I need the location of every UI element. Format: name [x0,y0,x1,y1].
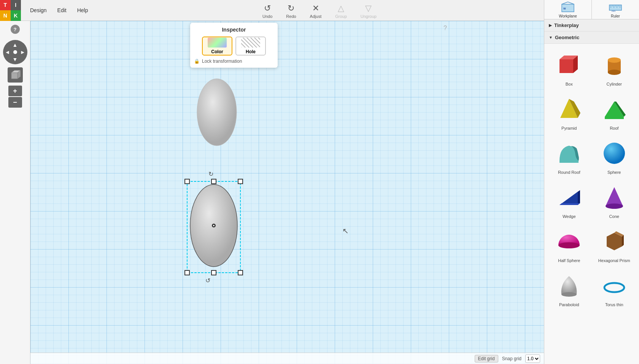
lock-icon: 🔒 [194,59,200,64]
shape-torus-thin[interactable]: Torus thin [593,267,636,310]
zoom-in-button[interactable]: + [8,86,22,96]
shape-sphere[interactable]: Sphere [593,135,636,178]
lock-row: 🔒 Lock transformation [194,59,274,64]
nav-help[interactable]: Help [72,4,94,16]
svg-rect-29 [560,59,573,73]
color-button[interactable]: Color [202,37,232,56]
nav-design[interactable]: Design [25,4,52,16]
svg-marker-44 [560,203,580,205]
svg-point-47 [558,242,580,248]
view-help-button[interactable]: ? [11,25,20,34]
tab-workplane[interactable]: W Workplane [544,0,592,19]
shapes-panel: W Workplane mm Ruler [544,0,639,364]
shape-cylinder[interactable]: Cylinder [593,47,636,89]
nav-right[interactable]: ► [20,49,25,55]
shape-wedge[interactable]: Wedge [547,179,591,222]
paraboloid-label: Paraboloid [559,302,579,307]
shape-cone[interactable]: Cone [593,179,636,222]
svg-point-46 [606,203,623,209]
svg-point-41 [604,143,625,164]
bottom-bar: Edit grid Snap grid 1.0 [30,353,544,364]
nav-control[interactable]: ▲ ▼ ◄ ► [3,40,27,64]
roof-label: Roof [610,126,618,130]
shape-hexagonal-prism[interactable]: Hexagonal Prism [593,223,636,266]
workplane-label: Workplane [559,14,577,18]
cylinder-label: Cylinder [607,82,622,86]
nav-center-dot[interactable] [13,50,17,54]
redo-button[interactable]: ↻ Redo [283,2,299,20]
shape-ellipse-unselected[interactable] [194,74,240,152]
svg-rect-9 [211,179,216,184]
nav-menu: Design Edit Help [21,4,97,16]
svg-point-53 [604,283,624,292]
undo-button[interactable]: ↺ Undo [259,2,275,20]
box-label: Box [566,82,573,86]
svg-line-17 [562,2,568,4]
geometric-caret: ▼ [549,35,553,40]
torus-thin-label: Torus thin [605,302,623,307]
redo-icon: ↻ [288,3,294,13]
svg-line-18 [568,2,574,4]
nav-edit[interactable]: Edit [52,4,72,16]
adjust-icon: ✕ [312,3,319,13]
canvas-area[interactable]: ↻ ↺ ↖ [30,21,544,364]
svg-rect-10 [211,270,216,275]
ungroup-button[interactable]: ▽ Ungroup [358,2,380,20]
grid [30,21,544,364]
svg-point-34 [608,70,621,75]
svg-marker-43 [578,190,580,205]
tinkercad-logo[interactable]: T I N K E R C A D [0,0,21,21]
svg-marker-50 [622,235,624,246]
shape-paraboloid[interactable]: Paraboloid [547,267,591,310]
logo-k: K [11,10,21,21]
inspector-help[interactable]: ? [443,25,447,32]
svg-text:mm: mm [612,10,615,12]
color-label: Color [211,49,223,54]
shapes-panel-tabs: W Workplane mm Ruler [544,0,639,19]
hole-button[interactable]: Hole [235,37,266,56]
tab-ruler[interactable]: mm Ruler [592,0,639,19]
tinkerplay-caret: ▶ [549,23,552,27]
ungroup-icon: ▽ [365,3,372,13]
nav-up[interactable]: ▲ [13,42,18,48]
half-sphere-label: Half Sphere [558,258,580,263]
shape-round-roof[interactable]: Round Roof [547,135,591,178]
undo-icon: ↺ [264,3,271,13]
zoom-controls: + − [8,86,22,108]
svg-rect-39 [605,117,624,119]
adjust-button[interactable]: ✕ Adjust [307,2,325,20]
shape-half-sphere[interactable]: Half Sphere [547,223,591,266]
svg-rect-40 [560,161,579,163]
toolbar: ↺ Undo ↻ Redo ✕ Adjust △ Group ▽ Ungroup [259,2,380,20]
pyramid-label: Pyramid [561,126,577,130]
shape-box[interactable]: Box [547,47,591,89]
round-roof-label: Round Roof [558,170,580,175]
ungroup-label: Ungroup [361,14,377,19]
shape-ellipse-selected[interactable]: ↻ ↺ [183,162,247,285]
svg-point-3 [197,79,237,146]
logo-i: I [11,0,21,10]
svg-text:↺: ↺ [205,277,210,283]
logo-n: N [0,10,11,21]
tinkerplay-section-header[interactable]: ▶ Tinkerplay [544,19,639,32]
left-panel: ? ▲ ▼ ◄ ► + − [0,21,30,364]
nav-left[interactable]: ◄ [5,49,10,55]
svg-marker-42 [560,192,578,205]
geometric-label: Geometric [555,35,579,40]
snap-grid-select[interactable]: 1.0 [525,354,540,363]
tinkerplay-label: Tinkerplay [554,22,579,28]
svg-rect-8 [238,270,243,275]
shape-roof[interactable]: Roof [593,91,636,134]
edit-grid-button[interactable]: Edit grid [475,355,498,362]
topbar: T I N K E R C A D Design Edit Help ↺ Und… [0,0,639,21]
group-button[interactable]: △ Group [332,2,350,20]
zoom-out-button[interactable]: − [8,97,22,108]
svg-point-51 [561,292,577,297]
hole-label: Hole [246,49,256,54]
svg-text:W: W [563,7,566,10]
group-label: Group [335,14,347,19]
view-cube-button[interactable] [8,67,23,83]
nav-down[interactable]: ▼ [13,56,18,62]
geometric-section-header[interactable]: ▼ Geometric [544,32,639,44]
shape-pyramid[interactable]: Pyramid [547,91,591,134]
